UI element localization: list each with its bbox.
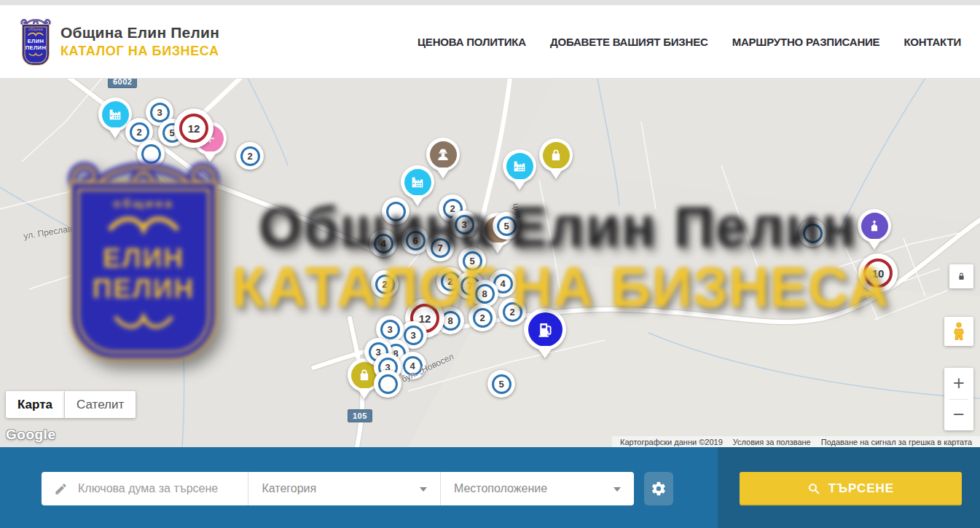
category-dropdown[interactable]: Категория [248,472,439,505]
map-cluster[interactable]: 6 [401,226,429,254]
search-icon [807,482,820,495]
map-pin-fuel[interactable] [524,308,566,362]
site-logo[interactable]: община ЕЛИН ПЕЛИН Община Елин Пелин КАТА… [20,17,219,66]
street-label: ции [511,202,524,219]
search-panel: Категория Местоположение ТЪРСЕНЕ [0,447,980,528]
lock-icon [956,271,967,282]
main-nav: ЦЕНОВА ПОЛИТИКА ДОБАВЕТЕ ВАШИЯТ БИЗНЕС М… [418,36,961,48]
emblem-curl [26,32,45,38]
pegman-icon [951,322,967,341]
map-cluster[interactable]: 5 [487,370,515,398]
map-attribution: Картографски данни ©2019Условия за ползв… [612,436,980,447]
keyword-search-input[interactable] [77,481,248,496]
map-cluster[interactable]: 2 [469,304,496,331]
road-badge: 6002 [108,78,137,88]
advanced-settings-button[interactable] [644,472,673,505]
map-pin-church[interactable] [858,209,891,253]
attribution-link[interactable]: Подаване на сигнал за грешка в картата [816,438,977,446]
gear-icon [651,481,667,497]
map-cluster[interactable]: 2 [371,270,399,298]
search-panel-right: ТЪРСЕНЕ [718,447,980,528]
map-type-map-button[interactable]: Карта [6,391,65,418]
attribution-link[interactable]: Условия за ползване [728,438,816,446]
road-badge: 105 [348,409,372,422]
map-type-switcher: Карта Сателит [6,391,136,418]
search-bar: Категория Местоположение [42,472,634,505]
map-canvas[interactable]: 6002105ул. Преславбул. „Новоселции352122… [0,78,980,447]
map-cluster[interactable] [137,140,165,168]
chevron-down-icon [420,487,427,495]
nav-add-your-business[interactable]: ДОБАВЕТЕ ВАШИЯТ БИЗНЕС [550,36,708,48]
map-cluster[interactable] [799,219,826,247]
location-dropdown[interactable]: Местоположение [440,472,634,505]
site-subtitle: КАТАЛОГ НА БИЗНЕСА [60,44,219,59]
zoom-in-button[interactable]: + [944,368,973,399]
map-pin-factory[interactable] [503,149,536,193]
map-cluster[interactable]: 2 [236,142,264,170]
map-lock-button[interactable] [949,264,973,288]
map-type-satellite-button[interactable]: Сателит [65,391,136,418]
nav-route-schedule[interactable]: МАРШРУТНО РАЗПИСАНИЕ [732,36,880,48]
site-title: Община Елин Пелин [60,24,219,42]
map-cluster[interactable] [382,197,409,225]
search-button[interactable]: ТЪРСЕНЕ [740,472,962,505]
nav-pricing-policy[interactable]: ЦЕНОВА ПОЛИТИКА [418,36,526,48]
category-dropdown-label: Категория [262,482,316,495]
map-marker-layer: 6002105ул. Преславбул. „Новоселции352122… [0,78,980,447]
keyword-field-wrap [42,472,248,505]
emblem-org-text: община [28,28,42,31]
map-cluster[interactable]: 12 [174,109,213,148]
window-top-strip [0,0,980,5]
nav-contacts[interactable]: КОНТАКТИ [903,36,961,48]
map-cluster[interactable]: 10 [858,253,898,293]
map-cluster[interactable]: 4 [369,229,397,257]
emblem-name-2: ПЕЛИН [26,45,46,52]
search-button-label: ТЪРСЕНЕ [828,481,894,496]
map-cluster[interactable]: 2 [498,298,526,326]
map-cluster[interactable]: 7 [426,234,454,261]
street-label: ул. Преслав [23,224,73,241]
map-cluster[interactable]: 5 [458,247,486,275]
location-dropdown-label: Местоположение [454,482,547,495]
pencil-icon [54,482,68,496]
map-pin-bag[interactable] [539,138,573,182]
chevron-down-icon [614,487,621,495]
google-logo[interactable]: Google [6,427,55,443]
map-cluster[interactable]: 3 [450,210,478,238]
municipality-emblem: община ЕЛИН ПЕЛИН [20,17,51,66]
zoom-out-button[interactable]: − [944,400,973,431]
zoom-control: + − [944,368,973,430]
site-header: община ЕЛИН ПЕЛИН Община Елин Пелин КАТА… [0,5,980,79]
emblem-curl-bottom [28,52,44,57]
attribution-text: Картографски данни ©2019 [615,438,728,446]
map-cluster[interactable] [374,370,401,398]
street-view-pegman[interactable] [944,317,973,346]
